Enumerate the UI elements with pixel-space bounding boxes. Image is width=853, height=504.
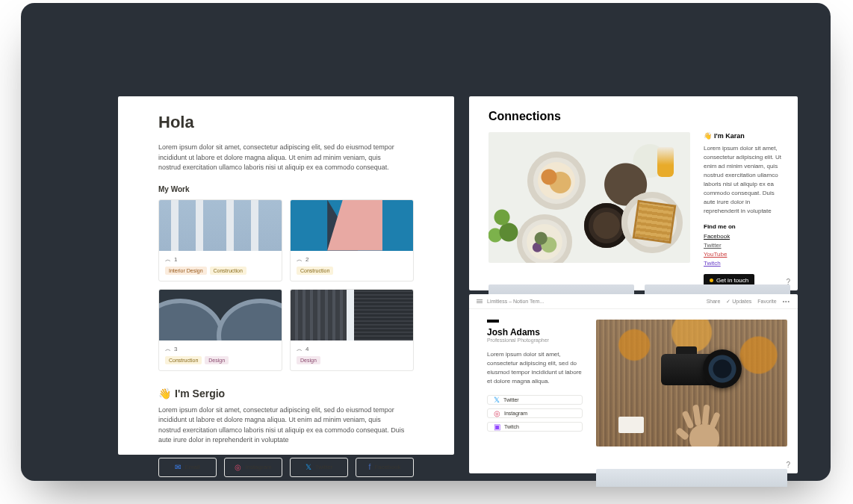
stage: Hola Lorem ipsum dolor sit amet, consect… xyxy=(21,3,831,481)
chevron-up-icon: ︿ xyxy=(297,345,303,353)
sergio-heading: I'm Sergio xyxy=(175,388,225,399)
work-card-2[interactable]: ︿2 Construction xyxy=(290,199,414,281)
work-card-4[interactable]: ︿4 Design xyxy=(290,289,414,371)
tag: Design xyxy=(297,356,320,364)
instagram-icon: ◎ xyxy=(494,409,500,417)
panel-josh: Limitless – Notion Tem... Share ✓ Update… xyxy=(469,294,798,473)
tag: Construction xyxy=(165,356,202,364)
twitter-icon: 𝕏 xyxy=(305,463,311,471)
tag: Construction xyxy=(297,267,333,275)
work-card-3[interactable]: ︿3 Construction Design xyxy=(158,289,282,371)
panel-connections: Connections 👋I'm Karan Lorem ipsum dolor… xyxy=(469,96,798,290)
work-num: 2 xyxy=(305,256,308,263)
instagram-button[interactable]: ◎Instagram xyxy=(224,458,282,477)
wave-icon: 👋 xyxy=(704,132,712,140)
facebook-icon: f xyxy=(369,463,371,471)
work-num: 3 xyxy=(174,346,177,352)
josh-body: Lorem ipsum dolor sit amet, consectetur … xyxy=(487,350,583,386)
twitch-button[interactable]: ▣Twitch xyxy=(487,422,583,432)
sergio-body: Lorem ipsum dolor sit amet, consectetur … xyxy=(158,405,405,446)
updates-button[interactable]: ✓ Updates xyxy=(726,299,751,305)
work-card-1[interactable]: ︿1 Interior Design Construction xyxy=(158,199,282,281)
image-strip xyxy=(596,469,787,487)
facebook-button[interactable]: fFacebook xyxy=(356,458,414,477)
tag: Interior Design xyxy=(165,267,207,275)
twitter-link[interactable]: Twitter xyxy=(704,242,786,249)
my-work-heading: My Work xyxy=(158,185,414,193)
hola-intro: Lorem ipsum dolor sit amet, consectetur … xyxy=(158,143,405,173)
chevron-up-icon: ︿ xyxy=(297,255,303,264)
connections-hero-image xyxy=(488,132,690,263)
twitter-button[interactable]: 𝕏Twitter xyxy=(487,395,583,405)
work-num: 1 xyxy=(174,256,177,263)
facebook-link[interactable]: Facebook xyxy=(704,233,786,240)
chevron-up-icon: ︿ xyxy=(165,255,171,264)
youtube-link[interactable]: YouTube xyxy=(704,251,786,258)
josh-hero-image xyxy=(596,320,787,447)
work-num: 4 xyxy=(305,346,308,352)
twitter-button[interactable]: 𝕏Twitter xyxy=(290,458,348,477)
panel-hola: Hola Lorem ipsum dolor sit amet, consect… xyxy=(118,96,454,455)
instagram-button[interactable]: ◎Instagram xyxy=(487,408,583,418)
twitch-icon: ▣ xyxy=(494,423,500,431)
breadcrumb[interactable]: Limitless – Notion Tem... xyxy=(487,299,544,304)
help-button[interactable]: ? xyxy=(786,278,790,286)
instagram-label: Instagram xyxy=(504,411,527,416)
twitter-label: Twitter xyxy=(503,397,519,402)
tag: Design xyxy=(205,356,229,364)
work-thumb-3 xyxy=(159,290,282,340)
work-grid: ︿1 Interior Design Construction ︿2 Const… xyxy=(158,199,414,371)
email-label: Email xyxy=(184,464,199,470)
instagram-label: Instagram xyxy=(245,464,272,470)
email-icon: ✉ xyxy=(175,463,181,471)
chevron-up-icon: ︿ xyxy=(165,345,171,353)
twitter-icon: 𝕏 xyxy=(494,396,500,404)
tag: Construction xyxy=(210,267,246,275)
connections-heading: Connections xyxy=(488,110,790,123)
accent-bar xyxy=(487,320,499,323)
notion-toolbar: Limitless – Notion Tem... Share ✓ Update… xyxy=(469,294,798,309)
sergio-section: 👋I'm Sergio Lorem ipsum dolor sit amet, … xyxy=(158,388,414,477)
karan-body: Lorem ipsum dolor sit amet, consectetur … xyxy=(704,144,786,216)
work-thumb-1 xyxy=(159,200,282,251)
twitch-label: Twitch xyxy=(504,424,519,429)
work-thumb-4 xyxy=(291,290,413,340)
cta-label: Get in touch xyxy=(716,277,748,284)
instagram-icon: ◎ xyxy=(235,463,241,471)
more-icon[interactable]: ••• xyxy=(783,299,790,304)
share-button[interactable]: Share xyxy=(707,299,721,304)
email-button[interactable]: ✉Email xyxy=(158,458,217,477)
wave-icon: 👋 xyxy=(158,388,171,399)
favorite-button[interactable]: Favorite xyxy=(757,299,776,304)
josh-name: Josh Adams xyxy=(487,327,583,337)
find-me-heading: Find me on xyxy=(704,223,786,230)
menu-icon[interactable] xyxy=(477,299,483,303)
help-button[interactable]: ? xyxy=(786,461,790,469)
karan-heading: I'm Karan xyxy=(714,132,745,140)
twitch-link[interactable]: Twitch xyxy=(704,260,786,267)
hola-heading: Hola xyxy=(158,113,414,132)
facebook-label: Facebook xyxy=(374,464,400,470)
work-thumb-2 xyxy=(291,200,413,251)
josh-subtitle: Professional Photographer xyxy=(487,337,583,343)
twitter-label: Twitter xyxy=(315,464,333,470)
